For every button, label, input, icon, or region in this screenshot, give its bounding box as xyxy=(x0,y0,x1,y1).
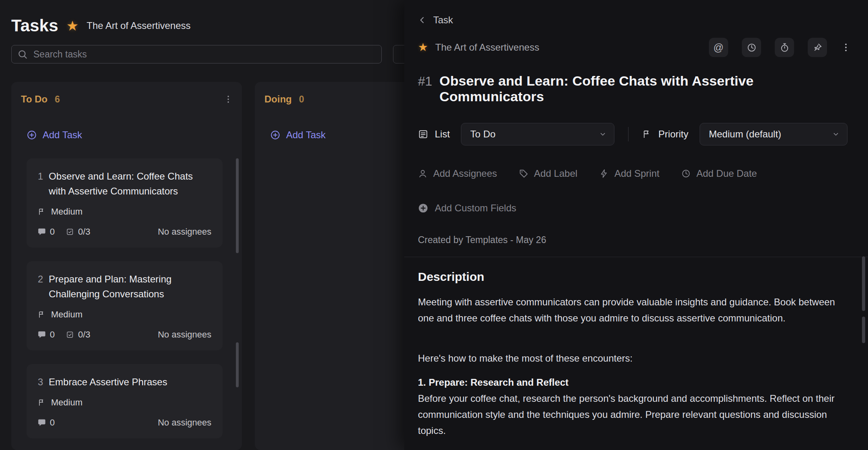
comment-icon xyxy=(38,419,46,427)
task-card[interactable]: 3 Embrace Assertive Phrases Medium xyxy=(27,364,223,438)
description-heading: Description xyxy=(418,270,851,284)
tag-icon xyxy=(519,169,528,178)
task-title-row: #1 Observe and Learn: Coffee Chats with … xyxy=(418,73,851,104)
detail-project-row: ★ The Art of Assertiveness @ xyxy=(418,38,851,57)
column-count: 0 xyxy=(299,94,304,105)
column-count: 6 xyxy=(55,94,60,105)
project-star-icon: ★ xyxy=(418,42,428,53)
search-input[interactable] xyxy=(33,49,376,60)
add-assignees-button[interactable]: Add Assignees xyxy=(418,168,497,179)
list-field-label: List xyxy=(418,129,450,140)
card-number: 2 xyxy=(38,272,43,301)
comment-count: 0 xyxy=(38,417,55,428)
card-title: 1 Observe and Learn: Coffee Chats with A… xyxy=(38,169,211,198)
add-task-label: Add Task xyxy=(286,129,326,141)
priority-dropdown[interactable]: Medium (default) xyxy=(700,123,848,145)
back-label: Task xyxy=(433,14,453,26)
column-title: To Do xyxy=(21,94,47,105)
comment-count: 0 xyxy=(38,227,55,237)
detail-project-name: The Art of Assertiveness xyxy=(435,42,539,53)
list-icon xyxy=(418,129,428,139)
quick-actions-row: Add Assignees Add Label Add Sprint xyxy=(418,168,851,179)
search-icon xyxy=(17,49,28,59)
task-card[interactable]: 1 Observe and Learn: Coffee Chats with A… xyxy=(27,158,223,248)
card-footer: 0 0/3 No assignees xyxy=(38,329,211,340)
card-title-text: Embrace Assertive Phrases xyxy=(49,374,167,389)
add-sprint-button[interactable]: Add Sprint xyxy=(599,168,659,179)
column-menu-icon[interactable] xyxy=(223,94,233,104)
add-label-button[interactable]: Add Label xyxy=(519,168,577,179)
page-title: Tasks xyxy=(11,16,58,35)
checkbox-icon xyxy=(66,331,74,339)
card-title-text: Observe and Learn: Coffee Chats with Ass… xyxy=(49,169,211,198)
card-title: 3 Embrace Assertive Phrases xyxy=(38,374,211,389)
flag-icon xyxy=(38,399,46,407)
list-dropdown[interactable]: To Do xyxy=(461,123,614,145)
description-body[interactable]: Meeting with assertive communicators can… xyxy=(418,294,851,450)
flag-icon xyxy=(642,129,652,139)
add-task-button[interactable]: Add Task xyxy=(270,129,326,141)
card-footer: 0 No assignees xyxy=(38,417,211,428)
flag-icon xyxy=(38,208,46,216)
card-title: 2 Prepare and Plan: Mastering Challengin… xyxy=(38,272,211,301)
column-title: Doing xyxy=(264,94,292,105)
comment-icon xyxy=(38,331,46,339)
created-by-text: Created by Templates - May 26 xyxy=(418,235,851,245)
description-paragraph: Before your coffee chat, research the pe… xyxy=(418,391,835,439)
plus-circle-icon xyxy=(27,130,37,140)
add-custom-fields-button[interactable]: Add Custom Fields xyxy=(418,202,851,214)
pin-button[interactable] xyxy=(808,38,827,57)
card-number: 1 xyxy=(38,169,43,198)
card-number: 3 xyxy=(38,374,43,389)
task-meta-row: List To Do Priority Medium (default) xyxy=(418,123,851,145)
plus-filled-icon xyxy=(418,203,428,213)
pin-icon xyxy=(813,43,823,53)
assignees-label: No assignees xyxy=(158,227,211,237)
card-priority: Medium xyxy=(38,397,211,408)
board-project-name: The Art of Assertiveness xyxy=(86,20,190,31)
description-subheading: 1. Prepare: Research and Reflect xyxy=(418,374,835,391)
project-star-icon: ★ xyxy=(66,19,78,33)
list-dropdown-value: To Do xyxy=(470,129,495,140)
panel-action-buttons: @ xyxy=(709,38,851,57)
checklist-progress: 0/3 xyxy=(66,329,90,340)
priority-dropdown-value: Medium (default) xyxy=(709,129,781,140)
back-button[interactable]: Task xyxy=(418,14,453,26)
comment-icon xyxy=(38,228,46,236)
comment-count: 0 xyxy=(38,329,55,340)
progress-button[interactable] xyxy=(742,38,761,57)
column-todo-header: To Do 6 xyxy=(11,91,242,108)
priority-value: Medium xyxy=(51,397,82,408)
mention-button[interactable]: @ xyxy=(709,38,728,57)
panel-scrollbar-thumb[interactable] xyxy=(862,317,865,343)
task-title: Observe and Learn: Coffee Chats with Ass… xyxy=(440,73,851,104)
card-list: 1 Observe and Learn: Coffee Chats with A… xyxy=(27,158,227,438)
add-task-button[interactable]: Add Task xyxy=(27,129,82,141)
card-footer: 0 0/3 No assignees xyxy=(38,227,211,237)
more-menu-icon[interactable] xyxy=(841,42,851,53)
checkbox-icon xyxy=(66,228,74,236)
meta-divider xyxy=(628,127,628,141)
priority-field-label: Priority xyxy=(642,129,688,140)
description-paragraph: Here's how to make the most of these enc… xyxy=(418,350,835,366)
task-card[interactable]: 2 Prepare and Plan: Mastering Challengin… xyxy=(27,261,223,350)
description-paragraph: Meeting with assertive communicators can… xyxy=(418,294,835,326)
add-due-date-button[interactable]: Add Due Date xyxy=(681,168,757,179)
search-box[interactable] xyxy=(11,45,382,63)
flag-icon xyxy=(38,311,46,319)
back-chevron-icon xyxy=(418,16,427,25)
clock-history-icon xyxy=(747,43,757,53)
assignees-label: No assignees xyxy=(158,417,211,428)
card-priority: Medium xyxy=(38,207,211,217)
lightning-icon xyxy=(599,169,609,178)
column-scrollbar-thumb[interactable] xyxy=(236,342,239,387)
stopwatch-icon xyxy=(780,43,790,53)
chevron-down-icon xyxy=(599,130,607,138)
timer-button[interactable] xyxy=(775,38,794,57)
priority-value: Medium xyxy=(51,207,82,217)
panel-scrollbar-thumb[interactable] xyxy=(862,256,865,311)
person-icon xyxy=(418,169,428,178)
assignees-label: No assignees xyxy=(158,329,211,340)
column-scrollbar-thumb[interactable] xyxy=(236,158,239,253)
task-detail-panel: Task ★ The Art of Assertiveness @ xyxy=(404,0,868,450)
